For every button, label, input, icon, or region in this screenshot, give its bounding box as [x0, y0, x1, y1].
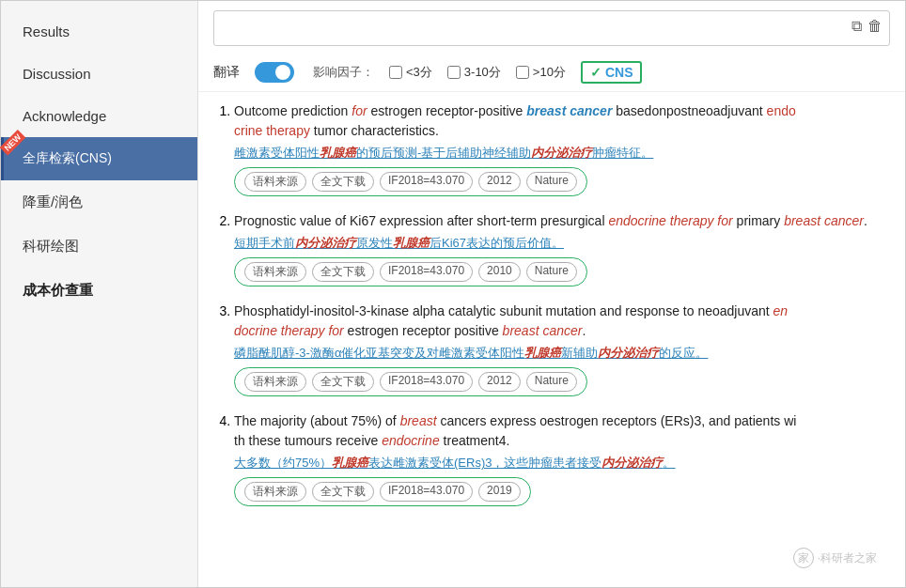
- tag-source-2[interactable]: 语料来源: [244, 262, 306, 282]
- tag-source-1[interactable]: 语料来源: [244, 172, 306, 192]
- translate-label: 翻译: [213, 64, 240, 81]
- tag-fulltext-2[interactable]: 全文下载: [312, 262, 374, 282]
- copy-icon[interactable]: ⧉: [851, 18, 862, 35]
- sidebar-item-rewrite[interactable]: 降重/润色: [1, 180, 197, 224]
- result-item-1: Outcome prediction for estrogen receptor…: [234, 101, 890, 196]
- watermark: 家 ·科研者之家: [793, 548, 877, 568]
- tag-source-4[interactable]: 语料来源: [244, 482, 306, 502]
- sidebar-item-discussion[interactable]: Discussion: [1, 53, 197, 95]
- sidebar-item-acknowledge[interactable]: Acknowledge: [1, 95, 197, 137]
- tag-if-3: IF2018=43.070: [380, 372, 473, 392]
- tag-fulltext-1[interactable]: 全文下载: [312, 172, 374, 192]
- main-content: ⧉ 🗑 翻译 影响因子： <3分 3-10分: [198, 1, 905, 587]
- result-chinese-1: 雌激素受体阳性乳腺癌的预后预测-基于后辅助神经辅助内分泌治疗肿瘤特征。: [234, 145, 890, 162]
- delete-icon[interactable]: 🗑: [867, 18, 883, 35]
- tag-fulltext-4[interactable]: 全文下载: [312, 482, 374, 502]
- result-tags-4: 语料来源 全文下载 IF2018=43.070 2019: [234, 477, 531, 506]
- sidebar-item-cns-search[interactable]: NEW 全库检索(CNS): [1, 137, 197, 180]
- sidebar-item-results[interactable]: Results: [1, 10, 197, 53]
- tag-source-3[interactable]: 语料来源: [244, 372, 306, 392]
- influence-factor-label: 影响因子：: [313, 64, 374, 81]
- result-title-3: Phosphatidyl-inositol-3-kinase alpha cat…: [234, 302, 890, 341]
- result-tags-1: 语料来源 全文下载 IF2018=43.070 2012 Nature: [234, 167, 587, 196]
- result-chinese-3: 磷脂酰肌醇-3-激酶α催化亚基突变及对雌激素受体阳性乳腺癌新辅助内分泌治疗的反应…: [234, 345, 890, 362]
- tag-if-1: IF2018=43.070: [380, 172, 473, 192]
- search-input[interactable]: [213, 10, 890, 46]
- watermark-text: ·科研者之家: [818, 550, 877, 566]
- result-title-4: The majority (about 75%) of breast cance…: [234, 411, 890, 451]
- translate-toggle[interactable]: [255, 62, 294, 83]
- tag-year-3: 2012: [478, 372, 521, 392]
- tag-journal-3: Nature: [526, 372, 577, 392]
- result-chinese-2: 短期手术前内分泌治疗原发性乳腺癌后Ki67表达的预后价值。: [234, 235, 890, 252]
- search-bar-area: ⧉ 🗑: [198, 10, 905, 54]
- results-list: Outcome prediction for estrogen receptor…: [213, 101, 890, 506]
- tag-year-1: 2012: [478, 172, 521, 192]
- tag-if-2: IF2018=43.070: [380, 262, 473, 282]
- tag-if-4: IF2018=43.070: [380, 482, 473, 502]
- tag-fulltext-3[interactable]: 全文下载: [312, 372, 374, 392]
- sidebar-item-drawing[interactable]: 科研绘图: [1, 224, 197, 269]
- result-chinese-4: 大多数（约75%）乳腺癌表达雌激素受体(ERs)3，这些肿瘤患者接受内分泌治疗。: [234, 455, 890, 472]
- tag-year-4: 2019: [478, 482, 521, 502]
- result-tags-3: 语料来源 全文下载 IF2018=43.070 2012 Nature: [234, 367, 587, 396]
- sidebar: Results Discussion Acknowledge NEW 全库检索(…: [1, 1, 198, 587]
- filter-gt10[interactable]: >10分: [516, 64, 566, 81]
- tag-year-2: 2010: [478, 262, 521, 282]
- cns-checkmark: ✓: [590, 65, 601, 80]
- result-title-1: Outcome prediction for estrogen receptor…: [234, 101, 890, 141]
- filter-3to10[interactable]: 3-10分: [447, 64, 501, 81]
- search-icons: ⧉ 🗑: [851, 18, 883, 35]
- sidebar-item-cost-check[interactable]: 成本价查重: [1, 269, 197, 313]
- result-tags-2: 语料来源 全文下载 IF2018=43.070 2010 Nature: [234, 257, 587, 286]
- result-item-4: The majority (about 75%) of breast cance…: [234, 411, 890, 506]
- tag-journal-2: Nature: [526, 262, 577, 282]
- result-item-2: Prognostic value of Ki67 expression afte…: [234, 211, 890, 286]
- filter-row: 翻译 影响因子： <3分 3-10分 >10分: [198, 54, 905, 92]
- filter-lt3[interactable]: <3分: [389, 64, 432, 81]
- tag-journal-1: Nature: [526, 172, 577, 192]
- results-area: Outcome prediction for estrogen receptor…: [198, 92, 905, 587]
- cns-label: CNS: [605, 65, 633, 80]
- result-item-3: Phosphatidyl-inositol-3-kinase alpha cat…: [234, 302, 890, 396]
- watermark-icon: 家: [793, 548, 814, 568]
- result-title-2: Prognostic value of Ki67 expression afte…: [234, 211, 890, 231]
- cns-filter-box[interactable]: ✓ CNS: [581, 61, 643, 84]
